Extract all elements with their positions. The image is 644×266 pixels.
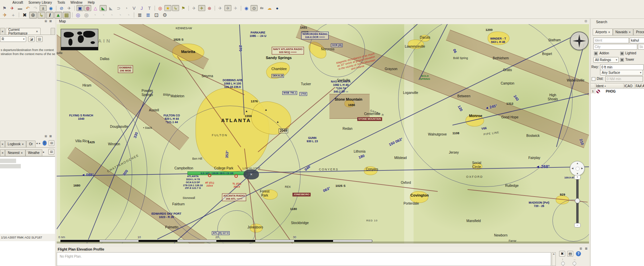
map-detail-icon[interactable]: ▦ xyxy=(63,12,70,18)
online-network-icon[interactable]: ◉ xyxy=(243,5,250,11)
tab-navaids[interactable]: Navaids× xyxy=(613,29,633,35)
dock-close-icon[interactable]: ⊠ xyxy=(48,19,53,23)
column-header-faa[interactable]: FAA xyxy=(635,84,642,88)
redo-icon[interactable]: ↷ xyxy=(32,5,39,11)
gauge-spec-icon[interactable]: ◔ xyxy=(108,12,115,18)
aircraft-centered-icon[interactable]: + xyxy=(9,12,17,18)
compass-rose-icon[interactable]: ◎ xyxy=(74,12,82,18)
aircraft-range-icon[interactable]: ✈ xyxy=(232,5,239,11)
ils-icon[interactable]: ◣ xyxy=(100,5,107,11)
overview-map[interactable] xyxy=(61,29,98,50)
surface-select[interactable]: Any Surface▾ xyxy=(600,70,643,75)
compass-aircraft-icon[interactable]: ✈ xyxy=(66,5,73,11)
state-input[interactable] xyxy=(638,44,644,50)
connect-icon[interactable]: ⊡ xyxy=(153,12,160,18)
airway-j-icon[interactable]: J xyxy=(138,5,145,11)
terrain-icon[interactable]: ▲ xyxy=(54,12,62,18)
help-button[interactable]: ? xyxy=(43,141,47,146)
pan-control[interactable]: ▲ ▼ ◀ ▶ xyxy=(570,161,585,176)
pan-down-icon[interactable]: ▼ xyxy=(576,172,579,175)
pan-home-button[interactable] xyxy=(576,167,580,171)
fit-window-icon[interactable]: ✖ xyxy=(21,12,29,18)
tab-stub-left[interactable]: × xyxy=(0,28,5,35)
map-viewport[interactable]: KENNESAW14311525PARKAIRE 1085 - - 24 UNO… xyxy=(57,24,589,244)
pan-left-icon[interactable]: ◀ xyxy=(572,167,573,170)
compass-pin-icon[interactable]: ◎ xyxy=(83,12,90,18)
tab-close-icon[interactable]: × xyxy=(2,143,3,146)
profile-report-button[interactable]: ▤ xyxy=(567,251,573,257)
tab-stub[interactable]: × xyxy=(0,141,5,147)
addon-checkbox[interactable] xyxy=(594,52,598,55)
ratings-select[interactable]: All Ratings▾ xyxy=(593,57,619,63)
tab-weathe[interactable]: Weathe xyxy=(25,149,42,156)
pan-up-icon[interactable]: ▲ xyxy=(576,162,579,164)
metar-row[interactable]: 1/16 A3007 RMK AO2 SLP187 xyxy=(0,234,55,241)
dock-float-icon[interactable]: ⊡ xyxy=(584,19,588,23)
city-input[interactable] xyxy=(593,44,637,50)
tab-close-icon[interactable]: × xyxy=(608,31,610,34)
performance-merge-button[interactable]: ◪ xyxy=(28,36,35,42)
gauge-sec-icon[interactable]: ◔ xyxy=(116,12,124,18)
tab-scroll-right-icon[interactable]: ▸ xyxy=(39,142,41,145)
menu-help[interactable]: Help xyxy=(86,1,97,4)
tab-stub[interactable]: × xyxy=(0,149,5,156)
pan-right-icon[interactable]: ▶ xyxy=(581,167,583,170)
route-highlight-icon[interactable]: ↳ xyxy=(172,5,179,11)
dock-close-icon[interactable]: ⊠ xyxy=(48,135,53,138)
report-button[interactable]: ▤ xyxy=(48,149,54,155)
splitter[interactable] xyxy=(589,19,590,266)
profile-help-button[interactable]: ? xyxy=(576,251,581,256)
no-entry-icon[interactable]: ⊘ xyxy=(58,5,65,11)
tab-close-icon[interactable]: × xyxy=(629,31,631,34)
undo-icon[interactable]: ↶ xyxy=(24,5,31,11)
tab-nearest[interactable]: Nearest× xyxy=(5,149,25,156)
night-globe-icon[interactable]: ● xyxy=(274,5,281,11)
tab-close-icon[interactable]: × xyxy=(36,30,38,33)
tab-close-icon[interactable]: × xyxy=(2,151,3,155)
dist-checkbox[interactable] xyxy=(592,77,595,81)
column-header-ident[interactable]: Ident▲ xyxy=(595,84,624,88)
tab-scroll-left-icon[interactable]: ◂ xyxy=(36,142,38,145)
elevation-profile-canvas[interactable]: No Flight Plan. xyxy=(57,252,551,266)
performance-report-button[interactable]: ▤ xyxy=(36,36,43,42)
measurement-pin-icon[interactable]: ⚑ xyxy=(180,5,187,11)
tab-or[interactable]: Or xyxy=(26,141,35,147)
splitter[interactable] xyxy=(55,19,57,266)
list-item[interactable] xyxy=(0,159,16,163)
tab-close-icon[interactable]: × xyxy=(22,143,23,146)
performance-combo[interactable]: R▾ xyxy=(0,36,26,42)
table-row[interactable]: 1PHOG xyxy=(591,89,644,94)
menu-aircraft[interactable]: Aircraft xyxy=(10,1,25,4)
tower-checkbox[interactable] xyxy=(620,58,624,62)
tab-scroll-right-icon[interactable]: ▸ xyxy=(43,150,45,154)
gauge-360-icon[interactable]: ◔ xyxy=(91,12,99,18)
dock-close-icon[interactable]: ⊠ xyxy=(584,247,588,251)
sun-shading-icon[interactable]: ⊙ xyxy=(251,5,258,11)
map-text-icon[interactable]: I xyxy=(46,12,54,18)
wind-aircraft-icon[interactable]: ✈ xyxy=(1,12,9,18)
measure-zoom-icon[interactable]: ± xyxy=(40,5,47,11)
ai-aircraft-a-icon[interactable]: ✈ xyxy=(217,5,224,11)
menu-tools[interactable]: Tools xyxy=(55,1,67,4)
runway-highlight[interactable]: ILS / IATL / 109.90 / 89 ft / CS 130 xyxy=(187,171,247,175)
ndb-icon[interactable]: ◍ xyxy=(84,5,91,11)
gauge-60-icon[interactable]: ◔ xyxy=(99,12,107,18)
dock-float-icon[interactable]: ⊞ xyxy=(44,19,48,23)
rwy-min-input[interactable]: 0 ft min xyxy=(600,64,644,70)
tab-stub-right[interactable] xyxy=(51,28,55,35)
menu-window[interactable]: Window xyxy=(68,1,85,4)
compass-rose[interactable] xyxy=(570,32,589,50)
gauge-fir-icon[interactable]: ◔ xyxy=(124,12,132,18)
tab-airports[interactable]: Airports× xyxy=(593,29,613,35)
time-6s-icon[interactable]: 6s xyxy=(258,5,265,11)
dock-float-icon[interactable]: ⊞ xyxy=(44,135,48,138)
atl-airport-symbol[interactable]: ✕ xyxy=(244,169,259,179)
tab-logbook[interactable]: Logbook× xyxy=(5,141,26,147)
menu-scenery-library[interactable]: Scenery Library xyxy=(26,1,54,4)
weather-icon[interactable]: ☁ xyxy=(266,5,273,11)
track-icon[interactable]: T xyxy=(146,5,153,11)
tab-current-performance[interactable]: Current Performance × xyxy=(6,28,41,35)
center-aircraft-icon[interactable]: ⊛ xyxy=(206,5,213,11)
runway-icon[interactable]: ▬ xyxy=(16,5,23,11)
database-load-icon[interactable]: ≣ xyxy=(144,12,152,18)
